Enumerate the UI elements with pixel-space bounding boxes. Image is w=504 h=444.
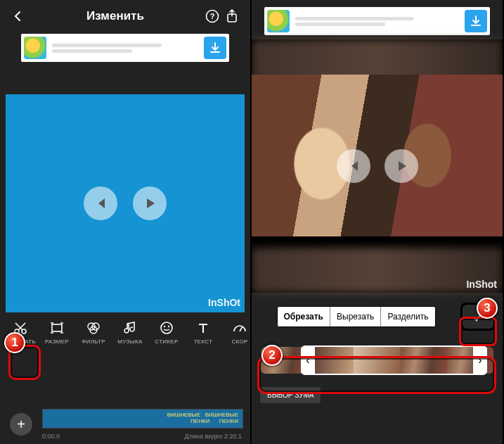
ad-banner[interactable] xyxy=(264,7,490,35)
timeline-length: Длина видео 2:20.1 xyxy=(185,433,242,440)
left-screen: Изменить ? InShOt ОБРЕЗА xyxy=(0,0,250,444)
segmented-control: Обрезать Вырезать Разделить xyxy=(277,306,436,327)
video-preview[interactable]: InShOt xyxy=(6,94,245,312)
svg-rect-5 xyxy=(52,324,62,331)
tool-music[interactable]: МУЗЫКА xyxy=(112,319,148,345)
callout-badge-2: 2 xyxy=(261,345,283,366)
sticker-icon xyxy=(158,319,175,336)
trim-handle-right[interactable]: › xyxy=(473,347,487,374)
callout-badge-3: 3 xyxy=(477,298,498,319)
previous-button[interactable] xyxy=(337,149,370,183)
help-icon[interactable]: ? xyxy=(202,6,222,26)
tool-toolbar: ОБРЕЗАТЬ РАЗМЕР ФИЛЬТР МУЗЫКА СТИКЕР ТЕК… xyxy=(0,312,250,345)
music-icon xyxy=(122,319,138,336)
tool-sticker[interactable]: СТИКЕР xyxy=(149,319,184,345)
previous-button[interactable] xyxy=(84,186,117,220)
tool-speed[interactable]: СКОР xyxy=(222,319,250,345)
svg-text:?: ? xyxy=(210,12,215,20)
ad-logo-icon xyxy=(267,10,290,32)
watermark: InShot xyxy=(466,279,497,290)
right-screen: InShot Обрезать Вырезать Разделить ‹ › В… xyxy=(252,0,503,444)
callout-badge-1: 1 xyxy=(4,332,25,353)
ad-text xyxy=(52,42,198,55)
svg-point-10 xyxy=(164,326,165,327)
svg-point-11 xyxy=(168,326,169,327)
timeline-caption: ВИШНЕВЫЕ ВИШНЕВЫЕПЕНКИ ПЕНКИ xyxy=(167,412,238,424)
zoom-select-button[interactable]: ВЫБОР ЗУМА xyxy=(260,387,321,403)
share-icon[interactable] xyxy=(222,6,242,26)
trim-handle-left[interactable]: ‹ xyxy=(301,347,315,374)
video-preview[interactable]: InShot xyxy=(252,39,503,293)
tool-canvas[interactable]: РАЗМЕР xyxy=(39,319,75,345)
text-icon xyxy=(195,319,212,336)
segment-split[interactable]: Разделить xyxy=(381,307,434,326)
trim-range[interactable]: ‹ › xyxy=(259,345,496,376)
play-button[interactable] xyxy=(385,149,418,183)
play-button[interactable] xyxy=(133,186,167,220)
tool-text[interactable]: ТЕКСТ xyxy=(186,319,221,345)
segment-trim[interactable]: Обрезать xyxy=(278,307,330,326)
filter-icon xyxy=(85,319,102,336)
header-bar: Изменить ? xyxy=(0,0,250,32)
ad-logo-icon xyxy=(24,37,46,59)
speed-icon xyxy=(231,319,248,336)
canvas-icon xyxy=(49,319,65,336)
timeline-start: 0:00.0 xyxy=(42,433,60,440)
segment-cut[interactable]: Вырезать xyxy=(330,307,381,326)
ad-text xyxy=(295,15,459,28)
add-button[interactable]: + xyxy=(10,413,32,436)
tool-filter[interactable]: ФИЛЬТР xyxy=(76,319,111,345)
back-icon[interactable] xyxy=(8,6,28,26)
timeline-strip[interactable]: ВИШНЕВЫЕ ВИШНЕВЫЕПЕНКИ ПЕНКИ xyxy=(42,409,243,429)
watermark: InShOt xyxy=(208,297,240,308)
download-icon[interactable] xyxy=(465,10,487,32)
svg-point-9 xyxy=(161,322,172,334)
download-icon[interactable] xyxy=(204,37,226,59)
page-title: Изменить xyxy=(86,9,144,23)
ad-banner[interactable] xyxy=(21,34,229,62)
